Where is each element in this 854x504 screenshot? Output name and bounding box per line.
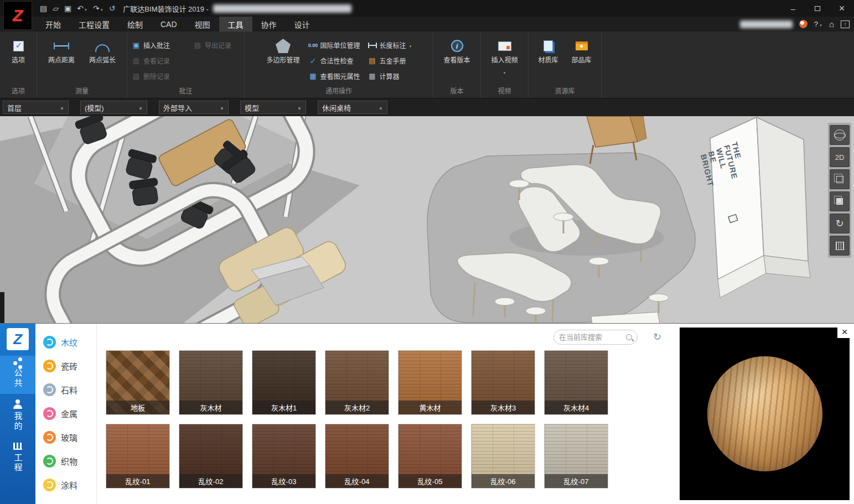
redacted-project-name <box>213 4 351 13</box>
stone-category-icon <box>43 383 56 396</box>
material-card[interactable]: 乱纹-05 <box>398 424 462 489</box>
group-label-measure: 测量 <box>37 86 127 98</box>
component-category-selector[interactable]: 休闲桌椅 <box>318 101 387 114</box>
rotate-view-button[interactable] <box>830 214 850 233</box>
category-paint[interactable]: 涂料 <box>35 473 96 497</box>
tab-start[interactable]: 开始 <box>37 17 70 32</box>
home-icon[interactable] <box>829 19 834 29</box>
sync-icon[interactable] <box>109 4 116 13</box>
floor-selector[interactable]: 首层 <box>3 101 69 114</box>
help-button[interactable] <box>814 20 822 28</box>
category-stone[interactable]: 石料 <box>35 378 96 402</box>
maximize-button[interactable] <box>805 0 830 17</box>
open-file-icon[interactable] <box>53 4 59 13</box>
view-2d-button[interactable]: 2D <box>830 147 850 167</box>
iso-view-button[interactable] <box>830 191 850 211</box>
material-card[interactable]: 灰木材4 <box>544 350 608 415</box>
search-icon[interactable] <box>626 334 632 340</box>
tab-view[interactable]: 视图 <box>186 17 219 32</box>
save-icon[interactable] <box>64 4 71 13</box>
tab-cad[interactable]: CAD <box>152 17 186 32</box>
category-tile[interactable]: 瓷砖 <box>35 354 96 378</box>
close-button[interactable] <box>830 0 854 17</box>
refresh-icon[interactable] <box>653 331 661 343</box>
chevron-down-icon <box>297 103 302 112</box>
calculator-icon <box>368 72 377 80</box>
model-filter-selector[interactable]: (模型) <box>80 101 147 114</box>
minimize-button[interactable] <box>781 0 805 17</box>
panel-close-button[interactable] <box>837 325 852 338</box>
export-record-button[interactable]: 导出记录 <box>190 38 243 52</box>
material-grid-area: 地板 灰木材 灰木材1 灰木材2 黄木材 灰木材3 灰木材4 乱纹-01 乱纹-… <box>97 324 678 504</box>
section-box-button[interactable] <box>830 236 850 256</box>
category-glass[interactable]: 玻璃 <box>35 425 96 449</box>
nav-item-mine[interactable]: 我的 <box>0 394 35 437</box>
calculator-button[interactable]: 计算器 <box>365 69 416 83</box>
material-card[interactable]: 灰木材 <box>179 350 243 415</box>
tab-design[interactable]: 设计 <box>286 17 319 32</box>
material-card[interactable]: 乱纹-07 <box>544 424 608 489</box>
element-properties-button[interactable]: 查看图元属性 <box>306 69 364 83</box>
import-source-selector[interactable]: 外部导入 <box>159 101 229 114</box>
view-record-button[interactable]: 查看记录 <box>128 54 188 67</box>
front-view-button[interactable] <box>830 169 850 189</box>
tab-draw[interactable]: 绘制 <box>118 17 152 32</box>
material-card[interactable]: 乱纹-03 <box>252 424 316 489</box>
hardware-manual-icon <box>368 56 377 65</box>
delete-record-icon <box>132 72 141 80</box>
search-input[interactable] <box>559 333 623 341</box>
parts-library-icon <box>576 41 588 50</box>
insert-video-button[interactable]: 插入视频 <box>485 35 525 76</box>
version-info-icon <box>451 40 463 52</box>
material-card[interactable]: 乱纹-06 <box>471 424 535 489</box>
redo-icon <box>93 4 100 13</box>
options-button[interactable]: 选项 <box>3 35 34 64</box>
category-metal[interactable]: 金属 <box>35 402 96 425</box>
legality-check-button[interactable]: 合法性检查 <box>306 54 364 67</box>
nav-item-public[interactable]: 公共 <box>0 356 35 394</box>
redo-button[interactable] <box>93 4 103 13</box>
material-card[interactable]: 灰木材3 <box>471 350 535 415</box>
community-icon[interactable] <box>799 20 808 28</box>
app-logo[interactable]: Z <box>3 1 32 30</box>
paint-category-icon <box>43 479 56 491</box>
glass-category-icon <box>43 431 56 444</box>
tile-category-icon <box>43 360 56 372</box>
material-card[interactable]: 乱纹-02 <box>179 424 243 489</box>
nav-item-project[interactable]: 工程 <box>0 437 35 479</box>
orbit-view-button[interactable] <box>830 125 850 145</box>
category-fabric[interactable]: 织物 <box>35 449 96 473</box>
library-logo[interactable]: Z <box>7 328 29 350</box>
material-card[interactable]: 黄木材 <box>398 350 462 415</box>
material-card[interactable]: 灰木材2 <box>325 350 389 415</box>
length-dimension-button[interactable]: 长度标注 <box>365 38 416 52</box>
material-card[interactable]: 乱纹-01 <box>106 424 170 489</box>
tab-tools[interactable]: 工具 <box>219 17 252 32</box>
hardware-manual-button[interactable]: 五金手册 <box>365 54 416 67</box>
polygon-manage-button[interactable]: 多边形管理 <box>262 35 304 64</box>
material-card[interactable]: 地板 <box>106 350 170 415</box>
delete-record-button[interactable]: 删除记录 <box>128 69 188 83</box>
new-file-icon[interactable] <box>40 4 47 13</box>
two-point-distance-button[interactable]: 两点距离 <box>42 35 81 64</box>
maximize-icon <box>815 6 820 11</box>
model-type-selector[interactable]: 模型 <box>240 101 306 114</box>
material-grid: 地板 灰木材 灰木材1 灰木材2 黄木材 灰木材3 灰木材4 乱纹-01 乱纹-… <box>97 350 678 489</box>
material-library-icon <box>544 40 553 51</box>
tab-project-settings[interactable]: 工程设置 <box>70 17 118 32</box>
material-card[interactable]: 灰木材1 <box>252 350 316 415</box>
international-unit-button[interactable]: 国际单位管理 <box>306 38 364 52</box>
category-wood[interactable]: 木纹 <box>35 330 96 354</box>
view-version-button[interactable]: 查看版本 <box>437 35 477 64</box>
parts-library-button[interactable]: 部品库 <box>566 35 598 64</box>
publish-icon[interactable] <box>841 20 850 28</box>
undo-button[interactable] <box>77 4 87 13</box>
viewport-3d-canvas[interactable]: THE FUTURE WILL BE BRIGHT 2D <box>0 116 854 324</box>
two-point-arc-button[interactable]: 两点弧长 <box>82 35 122 64</box>
group-label-options: 选项 <box>0 86 37 98</box>
ribbon-group-options: 选项 选项 <box>0 32 37 98</box>
insert-annotation-button[interactable]: 插入批注 <box>128 38 188 52</box>
tab-collaborate[interactable]: 协作 <box>252 17 286 32</box>
material-library-button[interactable]: 材质库 <box>532 35 565 64</box>
material-card[interactable]: 乱纹-04 <box>325 424 389 489</box>
